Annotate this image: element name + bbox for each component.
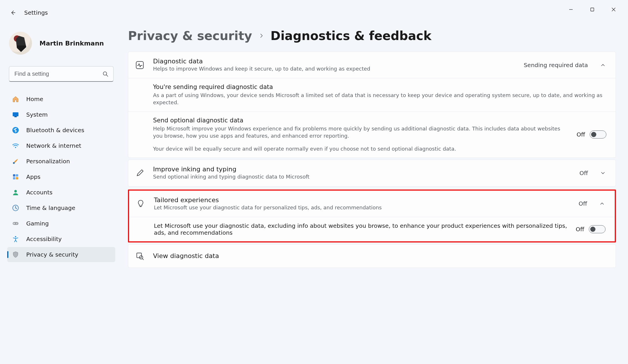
sidebar-item-label: Privacy & security [26, 251, 78, 258]
system-icon [12, 111, 19, 118]
card-diagnostic-data: Diagnostic data Helps to improve Windows… [128, 52, 616, 158]
search-input[interactable] [9, 66, 114, 82]
sidebar-item-home[interactable]: Home [7, 92, 115, 107]
sidebar-item-accessibility[interactable]: Accessibility [7, 232, 115, 247]
svg-rect-13 [16, 174, 18, 177]
lightbulb-icon [135, 198, 146, 209]
search-icon[interactable] [100, 69, 111, 79]
card-status: Off [579, 170, 588, 177]
sidebar-item-label: Accounts [26, 189, 52, 196]
heartbeat-icon [134, 59, 146, 71]
toggle-label: Off [576, 131, 585, 138]
gamepad-icon [12, 220, 19, 227]
titlebar: Settings [0, 0, 628, 20]
svg-rect-12 [13, 174, 15, 177]
card-subtitle: Helps to improve Windows and keep it sec… [153, 65, 516, 72]
chevron-right-icon [259, 32, 264, 40]
shield-icon [12, 251, 19, 258]
toggle-switch[interactable] [590, 130, 606, 139]
brush-icon [12, 158, 19, 165]
card-tailored: Tailored experiences Let Microsoft use y… [129, 191, 615, 241]
close-button[interactable] [607, 5, 620, 14]
card-header-diagnostic-data[interactable]: Diagnostic data Helps to improve Windows… [128, 52, 616, 78]
svg-point-11 [13, 162, 15, 164]
highlight-box: Tailored experiences Let Microsoft use y… [128, 189, 616, 242]
svg-point-21 [15, 236, 16, 238]
avatar [9, 32, 32, 55]
person-icon [12, 189, 19, 196]
sidebar-item-label: System [26, 111, 48, 118]
svg-point-19 [17, 223, 18, 224]
maximize-button[interactable] [586, 5, 599, 14]
sidebar-item-accounts[interactable]: Accounts [7, 185, 115, 200]
search-wrap [9, 66, 114, 82]
sidebar-item-label: Personalization [26, 158, 70, 165]
home-icon [12, 95, 19, 103]
svg-point-20 [16, 223, 17, 224]
profile-name: Martin Brinkmann [39, 40, 104, 47]
app-title: Settings [24, 9, 48, 16]
apps-icon [12, 173, 19, 181]
sidebar-item-apps[interactable]: Apps [7, 169, 115, 184]
sidebar-item-time[interactable]: Time & language [7, 200, 115, 215]
row-desc: Let Microsoft use your diagnostic data, … [154, 222, 568, 236]
sidebar-item-privacy[interactable]: Privacy & security [7, 247, 115, 262]
sidebar-item-label: Accessibility [26, 236, 62, 242]
clock-icon [12, 204, 19, 212]
card-status: Off [578, 200, 587, 207]
profile-block[interactable]: Martin Brinkmann [7, 32, 115, 66]
svg-rect-7 [13, 112, 18, 116]
toggle-optional-data: Off [576, 130, 606, 139]
main-content: Privacy & security Diagnostics & feedbac… [121, 20, 628, 364]
toggle-label: Off [576, 226, 584, 233]
card-title: Diagnostic data [153, 58, 516, 65]
wifi-icon [12, 142, 19, 149]
card-header-tailored[interactable]: Tailored experiences Let Microsoft use y… [129, 191, 615, 217]
card-subtitle: Send optional inking and typing diagnost… [153, 173, 572, 180]
row-tailored-toggle: Let Microsoft use your diagnostic data, … [129, 217, 615, 241]
back-button[interactable] [9, 8, 17, 17]
svg-rect-8 [14, 116, 17, 117]
sidebar-item-label: Network & internet [26, 142, 81, 149]
card-title: View diagnostic data [153, 252, 606, 259]
sidebar-item-gaming[interactable]: Gaming [7, 216, 115, 231]
sidebar-item-label: Apps [26, 173, 41, 180]
svg-point-16 [14, 190, 17, 193]
page-title: Diagnostics & feedback [271, 29, 431, 43]
svg-point-10 [15, 147, 16, 148]
row-title: Send optional diagnostic data [153, 117, 569, 124]
sidebar-item-network[interactable]: Network & internet [7, 138, 115, 153]
svg-rect-1 [591, 8, 594, 11]
row-optional-data: Send optional diagnostic data Help Micro… [128, 111, 616, 158]
row-desc: As a part of using Windows, your device … [153, 92, 606, 106]
row-required-data: You're sending required diagnostic data … [128, 78, 616, 111]
sidebar-item-label: Gaming [26, 220, 49, 227]
card-title: Improve inking and typing [153, 166, 572, 173]
minimize-button[interactable] [565, 5, 577, 14]
svg-rect-15 [16, 177, 18, 179]
sidebar: Martin Brinkmann Home System [0, 20, 121, 364]
row-title: You're sending required diagnostic data [153, 84, 606, 90]
card-header-view-diagnostic[interactable]: View diagnostic data [128, 244, 616, 268]
sidebar-item-bluetooth[interactable]: Bluetooth & devices [7, 123, 115, 138]
window-controls [557, 0, 628, 19]
chevron-up-icon [599, 200, 606, 207]
sidebar-item-label: Home [26, 96, 43, 103]
data-viewer-icon [134, 250, 146, 262]
row-desc-extra: Your device will be equally secure and w… [153, 145, 569, 152]
card-view-diagnostic: View diagnostic data [128, 244, 616, 268]
sidebar-item-system[interactable]: System [7, 107, 115, 122]
accessibility-icon [12, 235, 19, 243]
toggle-tailored: Off [576, 225, 606, 233]
row-desc: Help Microsoft improve your Windows expe… [153, 125, 569, 139]
toggle-switch[interactable] [589, 225, 606, 233]
sidebar-item-personalization[interactable]: Personalization [7, 154, 115, 169]
svg-line-6 [106, 75, 108, 77]
card-inking-typing: Improve inking and typing Send optional … [128, 160, 616, 186]
breadcrumb: Privacy & security Diagnostics & feedbac… [128, 29, 616, 43]
breadcrumb-parent[interactable]: Privacy & security [128, 29, 252, 43]
card-status: Sending required data [524, 62, 588, 69]
sidebar-item-label: Bluetooth & devices [26, 127, 84, 134]
chevron-up-icon [599, 62, 606, 69]
card-header-inking-typing[interactable]: Improve inking and typing Send optional … [128, 160, 616, 186]
